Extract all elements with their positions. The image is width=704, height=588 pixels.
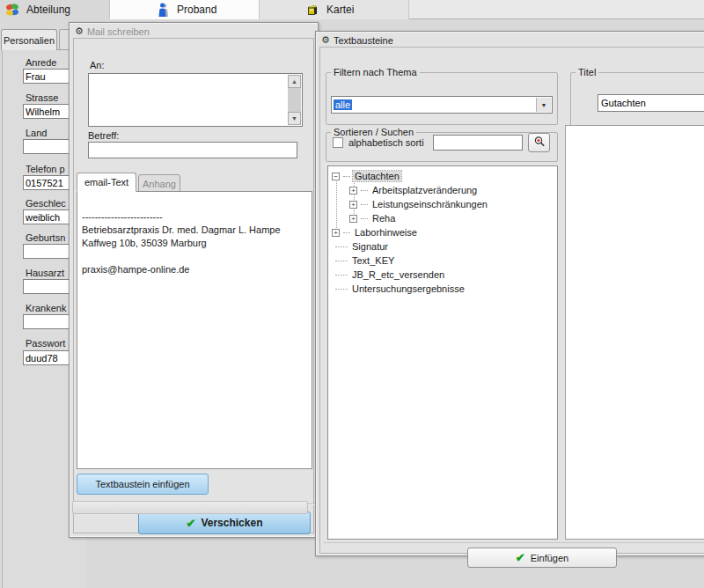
search-button[interactable] xyxy=(528,133,550,152)
tree-item[interactable]: + Leistungseinschränkungen xyxy=(328,197,557,211)
tab-personalien[interactable]: Personalien xyxy=(1,29,57,50)
tab-abteilung-label: Abteilung xyxy=(26,4,70,16)
tree-item-label[interactable]: Arbeitsplatzveränderung xyxy=(370,185,479,195)
tree-collapse-icon[interactable]: − xyxy=(332,173,340,180)
tree-expand-icon[interactable]: + xyxy=(349,187,357,195)
an-recipients-box[interactable]: ▲ ▼ xyxy=(88,73,303,127)
textbaustein-einfuegen-label: Textbaustein einfügen xyxy=(95,479,189,489)
top-tab-bar: Abteilung Proband Kartei xyxy=(0,0,704,19)
an-label: An: xyxy=(90,60,105,70)
tab-personalien-label: Personalien xyxy=(4,35,55,46)
titel-group-label: Titel xyxy=(576,67,598,77)
tree-item-label[interactable]: Gutachten xyxy=(353,171,401,181)
alphabetical-sort-checkbox[interactable] xyxy=(333,137,343,148)
tab-anhang-label: Anhang xyxy=(143,179,176,189)
filter-group-label: Filtern nach Thema xyxy=(331,67,420,77)
tree-item[interactable]: + Reha xyxy=(328,211,557,225)
textbausteine-bottom-bar: ✔ Einfügen xyxy=(324,542,704,570)
verschicken-button[interactable]: ✔ Verschicken xyxy=(138,511,311,534)
tree-item[interactable]: + Arbeitsplatzveränderung xyxy=(328,183,557,197)
textbausteine-client: Filtern nach Thema alle ▼ Sortieren / Su… xyxy=(319,47,704,554)
thema-filter-value: alle xyxy=(334,99,352,110)
titel-input[interactable] xyxy=(598,94,704,112)
textbausteine-titlebar[interactable]: ⚙ Textbausteine xyxy=(318,33,704,47)
thema-filter-dropdown[interactable]: alle ▼ xyxy=(331,96,553,114)
einfuegen-label: Einfügen xyxy=(531,553,568,563)
betreff-input[interactable] xyxy=(88,142,297,158)
tree-item-label[interactable]: JB_R_etc_versenden xyxy=(350,269,446,280)
scroll-up-button[interactable]: ▲ xyxy=(288,75,301,88)
mail-window-titlebar[interactable]: ⚙ Mail schreiben xyxy=(71,25,316,38)
scroll-down-button[interactable]: ▼ xyxy=(288,112,301,125)
chevron-down-icon[interactable]: ▼ xyxy=(536,98,551,112)
tree-expand-icon[interactable]: + xyxy=(332,229,340,237)
tab-email-text-label: email-Text xyxy=(84,177,128,187)
tree-item-label[interactable]: Reha xyxy=(370,213,397,224)
tab-kartei-label: Kartei xyxy=(326,4,354,16)
tab-proband[interactable]: Proband xyxy=(110,0,260,19)
textbaustein-content-editor[interactable] xyxy=(565,125,704,540)
tree-item[interactable]: JB_R_etc_versenden xyxy=(328,268,557,282)
tree-item[interactable]: Untersuchungsergebnisse xyxy=(328,282,557,296)
mail-window-title: Mail schreiben xyxy=(87,26,150,37)
sort-group-label: Sortieren / Suchen xyxy=(331,127,416,137)
mail-schreiben-window: ⚙ Mail schreiben An: ▲ ▼ Betreff: email-… xyxy=(69,22,319,538)
magnifier-icon xyxy=(533,136,546,150)
an-scrollbar[interactable]: ▲ ▼ xyxy=(288,75,301,125)
filebox-icon xyxy=(305,3,319,17)
tab-email-text[interactable]: email-Text xyxy=(77,173,136,192)
tree-item[interactable]: + Laborhinweise xyxy=(328,225,557,239)
tree-item-label[interactable]: Leistungseinschränkungen xyxy=(370,199,489,209)
betreff-label: Betreff: xyxy=(88,130,119,141)
textbausteine-title: Textbausteine xyxy=(334,35,393,46)
tree-item-label[interactable]: Signatur xyxy=(350,241,390,252)
pinwheel-icon xyxy=(5,3,19,17)
person-icon xyxy=(156,3,170,17)
tree-item[interactable]: − Gutachten xyxy=(328,169,557,183)
mail-status-strip xyxy=(72,501,308,514)
textbausteine-tree[interactable]: − Gutachten + Arbeitsplatzveränderung + … xyxy=(327,165,558,540)
tree-item-label[interactable]: Text_KEY xyxy=(350,255,396,266)
app-gear-icon: ⚙ xyxy=(75,26,84,36)
checkmark-icon: ✔ xyxy=(516,551,525,564)
tab-kartei[interactable]: Kartei xyxy=(260,0,409,19)
search-input[interactable] xyxy=(433,135,523,151)
textbaustein-einfuegen-button[interactable]: Textbaustein einfügen xyxy=(77,474,209,495)
verschicken-label: Verschicken xyxy=(201,517,262,529)
alphabetical-sort-label: alphabetisch sorti xyxy=(348,137,424,148)
mail-window-client: An: ▲ ▼ Betreff: email-Text Anhang -----… xyxy=(73,38,314,533)
textbausteine-window: ⚙ Textbausteine Filtern nach Thema alle … xyxy=(315,31,704,556)
tree-expand-icon[interactable]: + xyxy=(349,215,357,223)
tree-item[interactable]: Signatur xyxy=(328,239,557,254)
tree-item[interactable]: Text_KEY xyxy=(328,254,557,268)
app-gear-icon: ⚙ xyxy=(321,35,330,45)
tree-item-label[interactable]: Laborhinweise xyxy=(353,227,419,238)
email-body-editor[interactable]: ------------------------- Betriebsarztpr… xyxy=(77,191,312,469)
tab-abteilung[interactable]: Abteilung xyxy=(0,0,110,19)
checkmark-icon: ✔ xyxy=(187,517,196,530)
tab-proband-label: Proband xyxy=(177,4,216,16)
tree-expand-icon[interactable]: + xyxy=(349,201,357,209)
tree-item-label[interactable]: Untersuchungsergebnisse xyxy=(350,283,466,294)
einfuegen-button[interactable]: ✔ Einfügen xyxy=(467,548,617,568)
